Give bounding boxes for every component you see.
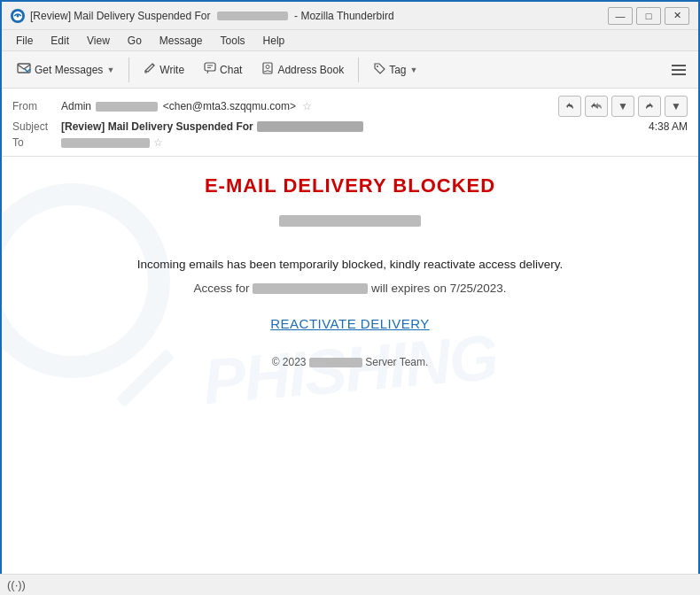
forward-button[interactable]: [638, 96, 661, 117]
tag-button[interactable]: Tag ▼: [365, 58, 425, 81]
svg-rect-3: [205, 63, 215, 71]
from-email: <chen@mta3.szqqmu.com>: [163, 100, 296, 112]
get-messages-icon: [17, 61, 31, 78]
menu-file[interactable]: File: [9, 33, 40, 49]
footer: © 2023 Server Team.: [28, 356, 672, 368]
hamburger-line-2: [672, 69, 686, 71]
reply-all-button[interactable]: [585, 96, 608, 117]
more-options-button[interactable]: ▼: [665, 96, 688, 117]
access-email-redacted: [253, 283, 368, 294]
email-time: 4:38 AM: [649, 120, 688, 133]
more-actions-dropdown[interactable]: ▼: [611, 96, 634, 117]
from-star-icon[interactable]: ☆: [302, 100, 312, 112]
titlebar-controls: — □ ✕: [608, 7, 689, 25]
address-book-button[interactable]: Address Book: [253, 58, 352, 81]
subject-text: [Review] Mail Delivery Suspended For: [61, 120, 253, 133]
sender-email-redacted: [279, 215, 421, 227]
menu-view[interactable]: View: [80, 33, 117, 49]
reply-button[interactable]: [558, 96, 581, 117]
subject-redacted: [257, 121, 363, 132]
tag-icon: [373, 62, 385, 77]
access-prefix: Access for: [194, 282, 250, 295]
chat-label: Chat: [220, 64, 242, 76]
footer-suffix: Server Team.: [365, 356, 428, 368]
get-messages-button[interactable]: Get Messages ▼: [9, 57, 122, 82]
email-body: PHISHING E-MAIL DELIVERY BLOCKED Incomin…: [2, 157, 698, 582]
hamburger-line-1: [672, 65, 686, 66]
access-expiry-line: Access for will expires on 7/25/2023.: [28, 282, 672, 295]
statusbar: ((·)): [0, 574, 700, 595]
connection-status-icon: ((·)): [7, 578, 26, 591]
chat-icon: [204, 62, 216, 77]
titlebar: [Review] Mail Delivery Suspended For - M…: [2, 2, 698, 30]
footer-copyright: © 2023: [272, 356, 307, 368]
menubar: File Edit View Go Message Tools Help: [2, 30, 698, 51]
email-header: From Admin <chen@mta3.szqqmu.com> ☆ ▼ ▼ …: [2, 89, 698, 157]
menu-edit[interactable]: Edit: [43, 33, 76, 49]
tag-label: Tag: [389, 64, 406, 76]
close-button[interactable]: ✕: [665, 7, 689, 25]
tag-dropdown-icon[interactable]: ▼: [410, 66, 418, 74]
app-icon: [11, 9, 25, 23]
svg-point-8: [377, 66, 378, 67]
hamburger-menu-button[interactable]: [666, 59, 691, 81]
to-row: To ☆: [12, 135, 688, 151]
write-button[interactable]: Write: [136, 58, 192, 81]
reactivate-delivery-link[interactable]: REACTIVATE DELIVERY: [28, 316, 672, 331]
to-label: To: [12, 136, 61, 149]
toolbar: Get Messages ▼ Write Chat: [2, 51, 698, 89]
get-messages-label: Get Messages: [35, 64, 103, 76]
footer-company-redacted: [309, 358, 362, 367]
toolbar-separator-1: [128, 58, 129, 82]
blocked-heading: E-MAIL DELIVERY BLOCKED: [28, 174, 672, 197]
menu-message[interactable]: Message: [152, 33, 210, 49]
get-messages-dropdown-icon[interactable]: ▼: [106, 66, 114, 74]
maximize-button[interactable]: □: [636, 7, 661, 25]
write-label: Write: [159, 64, 184, 76]
from-name: Admin: [61, 100, 91, 112]
subject-row: Subject [Review] Mail Delivery Suspended…: [12, 119, 688, 135]
address-book-label: Address Book: [277, 64, 344, 76]
reply-actions: ▼ ▼: [558, 96, 688, 117]
svg-point-1: [17, 14, 19, 17]
menu-help[interactable]: Help: [256, 33, 292, 49]
to-value-redacted: [61, 138, 150, 148]
redacted-address-line: [28, 215, 672, 241]
email-content: E-MAIL DELIVERY BLOCKED Incoming emails …: [2, 157, 698, 386]
from-label: From: [12, 100, 61, 112]
from-value: Admin <chen@mta3.szqqmu.com> ☆: [61, 100, 558, 112]
toolbar-separator-2: [358, 58, 359, 82]
chat-button[interactable]: Chat: [196, 58, 250, 81]
access-suffix: will expires on 7/25/2023.: [371, 282, 506, 295]
write-icon: [144, 62, 156, 77]
menu-go[interactable]: Go: [121, 33, 149, 49]
from-row: From Admin <chen@mta3.szqqmu.com> ☆ ▼ ▼: [12, 94, 688, 119]
minimize-button[interactable]: —: [608, 7, 633, 25]
hamburger-line-3: [672, 73, 686, 75]
main-body-text: Incoming emails has been temporarily blo…: [28, 255, 672, 274]
window-title: [Review] Mail Delivery Suspended For - M…: [30, 10, 394, 22]
svg-point-7: [266, 66, 269, 69]
from-name-redacted: [96, 102, 158, 112]
to-star-icon[interactable]: ☆: [153, 136, 163, 149]
menu-tools[interactable]: Tools: [214, 33, 253, 49]
subject-label: Subject: [12, 120, 61, 133]
titlebar-left: [Review] Mail Delivery Suspended For - M…: [11, 9, 394, 23]
address-book-icon: [261, 62, 274, 77]
